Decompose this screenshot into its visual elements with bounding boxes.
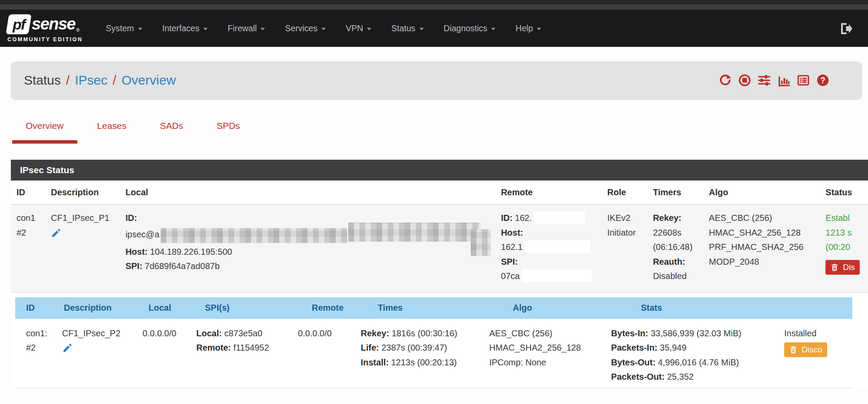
tab-sads[interactable]: SADs	[146, 121, 197, 144]
menu-item-vpn[interactable]: VPN	[336, 23, 381, 33]
chevron-down-icon	[367, 28, 371, 30]
disconnect-button-label: Dis	[843, 263, 855, 272]
edit-pencil-icon[interactable]	[62, 342, 73, 353]
times-rekey-label: Rekey:	[361, 328, 389, 338]
p2-id-line1: con1:	[26, 326, 62, 341]
times-life-value: 2387s (00:39:47)	[381, 343, 447, 352]
p2-table: ID Description Local SPI(s) Remote Times…	[15, 297, 852, 388]
p1-header-algo: Algo	[709, 187, 826, 197]
main-menu: System Interfaces Firewall Services VPN …	[96, 23, 551, 33]
p2-header-algo: Algo	[513, 303, 641, 313]
breadcrumb-bar: Status / IPsec / Overview ?	[11, 62, 862, 99]
packets-in-label: Packets-In:	[611, 343, 657, 352]
spi-local-label: Local:	[196, 328, 222, 338]
local-spi-value: 7d689f64a7ad087b	[145, 261, 219, 271]
p1-header-description: Description	[51, 187, 125, 197]
p1-id-cell: con1 #2	[17, 211, 51, 284]
remote-id-value: 162.	[515, 213, 532, 223]
p2-id-line2: #2	[26, 341, 62, 355]
times-rekey-value: 1816s (00:30:16)	[392, 328, 457, 338]
trash-icon	[789, 345, 798, 354]
p2-header-stats: Stats	[641, 303, 823, 313]
edit-pencil-icon[interactable]	[51, 227, 62, 238]
bytes-in-label: Bytes-In:	[611, 328, 648, 338]
chevron-down-icon	[419, 28, 424, 30]
chevron-down-icon	[321, 28, 326, 30]
filter-sliders-icon[interactable]	[758, 74, 771, 87]
local-host-value: 104.189.226.195:500	[150, 247, 232, 256]
page-action-icons: ?	[719, 74, 829, 87]
menu-item-label: Help	[515, 23, 533, 33]
status-established: Establ	[825, 211, 868, 226]
tab-spds[interactable]: SPDs	[203, 121, 254, 144]
p1-role-cell: IKEv2 Initiator	[607, 211, 653, 284]
times-life-label: Life:	[361, 343, 379, 352]
tab-bar: Overview Leases SADs SPDs	[12, 121, 868, 144]
menu-item-label: Firewall	[228, 23, 257, 33]
remote-host-label: Host:	[501, 228, 523, 237]
remote-spi-label: SPI:	[501, 257, 518, 266]
pfsense-logo[interactable]: pf sense ® COMMUNITY EDITION	[7, 14, 83, 43]
p1-id-line2: #2	[17, 226, 51, 240]
menu-item-interfaces[interactable]: Interfaces	[152, 23, 218, 33]
tab-overview[interactable]: Overview	[12, 121, 77, 144]
top-navbar: pf sense ® COMMUNITY EDITION System Inte…	[0, 10, 868, 47]
redacted-box	[521, 269, 592, 282]
breadcrumb-link-ipsec[interactable]: IPsec	[75, 73, 107, 88]
p2-header-times: Times	[378, 303, 513, 313]
bytes-in-value: 33,586,939 (32.03 MiB)	[650, 328, 741, 338]
p1-header-role: Role	[607, 187, 653, 197]
menu-item-label: System	[106, 23, 134, 33]
list-view-icon[interactable]	[797, 74, 810, 87]
help-icon[interactable]: ?	[816, 74, 829, 87]
redacted-box	[525, 240, 591, 253]
p2-header-description: Description	[64, 303, 149, 313]
p1-local-cell: ID: ipsec@a Host: 104.189.226.195:500 SP…	[125, 211, 501, 284]
tab-leases[interactable]: Leases	[84, 121, 140, 144]
top-strip-inner	[0, 4, 868, 10]
p2-stats-cell: Bytes-In: 33,586,939 (32.03 MiB) Packets…	[611, 326, 784, 384]
p2-local-cell: 0.0.0.0/0	[142, 326, 196, 384]
panel-title: IPsec Status	[11, 160, 868, 181]
p2-algo-ipcomp: IPComp: None	[489, 355, 611, 370]
menu-item-diagnostics[interactable]: Diagnostics	[434, 23, 506, 33]
rekey-label: Rekey:	[653, 213, 682, 223]
rekey-time: (06:16:48)	[653, 240, 709, 255]
p1-table-header: ID Description Local Remote Role Timers …	[11, 181, 868, 205]
p2-algo-encryption: AES_CBC (256)	[489, 326, 611, 341]
bar-chart-icon[interactable]	[777, 74, 790, 87]
remote-host-value: 162.1	[501, 242, 523, 252]
redacted-mosaic	[471, 229, 491, 256]
ipsec-status-panel: IPsec Status ID Description Local Remote…	[11, 160, 868, 388]
local-spi-label: SPI:	[125, 261, 142, 271]
menu-item-system[interactable]: System	[96, 23, 152, 33]
p2-header-spis: SPI(s)	[205, 303, 312, 313]
menu-item-services[interactable]: Services	[275, 23, 336, 33]
stop-icon[interactable]	[738, 74, 751, 87]
p2-algo-integrity: HMAC_SHA2_256_128	[489, 341, 611, 355]
community-edition-label: COMMUNITY EDITION	[7, 36, 83, 43]
times-install-value: 1213s (00:20:13)	[391, 358, 457, 367]
svg-text:?: ?	[820, 76, 825, 85]
p2-table-header: ID Description Local SPI(s) Remote Times…	[15, 297, 852, 319]
menu-item-help[interactable]: Help	[505, 23, 551, 33]
status-time: (00:20	[825, 240, 868, 255]
p1-header-local: Local	[125, 187, 501, 197]
disconnect-child-sa-button[interactable]: Disco	[784, 342, 827, 357]
breadcrumb-separator: /	[66, 73, 69, 88]
disconnect-button[interactable]: Dis	[825, 260, 859, 275]
pf-logo-text: pf	[13, 16, 25, 33]
breadcrumb-section: Status	[24, 73, 61, 88]
breadcrumb-link-overview[interactable]: Overview	[122, 73, 176, 88]
chevron-down-icon	[261, 28, 265, 30]
pfsense-logo-wordmark: pf sense ®	[7, 14, 83, 34]
logout-icon[interactable]	[839, 22, 853, 36]
p1-header-status: Status	[825, 187, 868, 197]
refresh-icon[interactable]	[719, 74, 732, 87]
role-value: Initiator	[607, 226, 653, 240]
menu-item-firewall[interactable]: Firewall	[218, 23, 275, 33]
p1-description-cell: CF1_IPsec_P1	[51, 211, 125, 284]
p1-algo-cell: AES_CBC (256) HMAC_SHA2_256_128 PRF_HMAC…	[709, 211, 826, 284]
algo-encryption: AES_CBC (256)	[709, 211, 826, 226]
menu-item-status[interactable]: Status	[381, 23, 433, 33]
